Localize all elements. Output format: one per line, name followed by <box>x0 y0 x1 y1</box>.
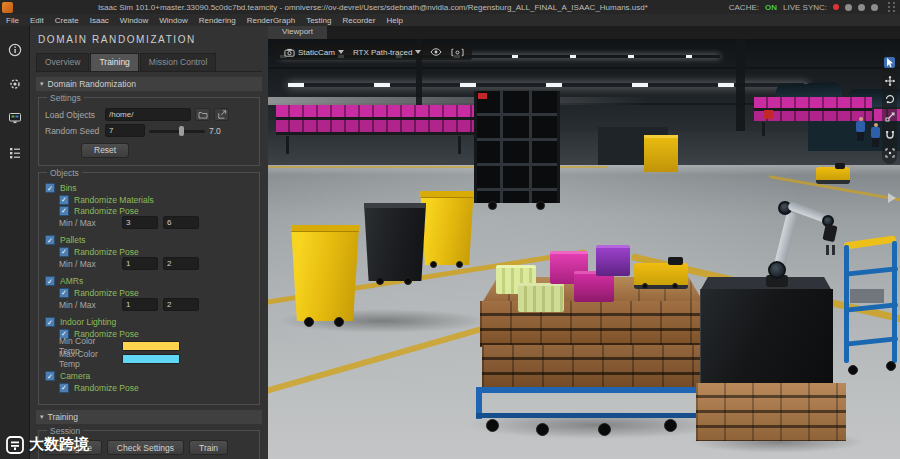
menu-recorder[interactable]: Recorder <box>343 16 376 25</box>
reset-button[interactable]: Reset <box>81 143 129 158</box>
tab-mission-control[interactable]: Mission Control <box>140 53 217 71</box>
cart-rail <box>474 91 477 203</box>
folder-browse-button[interactable] <box>195 108 210 121</box>
viewport-tab-bar: Viewport <box>268 26 900 40</box>
pink-bin-rack <box>276 105 476 151</box>
amrs-min-input[interactable] <box>122 298 158 311</box>
visibility-button[interactable] <box>430 48 442 56</box>
random-seed-label: Random Seed <box>45 126 101 136</box>
menu-file[interactable]: File <box>6 16 19 25</box>
camera-checkbox[interactable]: ✓ <box>45 371 55 381</box>
gear-icon[interactable] <box>7 76 23 92</box>
pallets-randomize-pose-checkbox[interactable]: ✓ <box>59 247 69 257</box>
pallets-minmax-label: Min / Max <box>59 259 117 269</box>
menu-testing[interactable]: Testing <box>306 16 331 25</box>
load-objects-input[interactable] <box>105 108 191 121</box>
menu-rendergraph[interactable]: RenderGraph <box>247 16 295 25</box>
check-settings-button[interactable]: Check Settings <box>107 440 184 455</box>
bin-rim <box>362 203 428 208</box>
amrs-randomize-pose-label: Randomize Pose <box>74 288 139 298</box>
bins-randomize-materials-checkbox[interactable]: ✓ <box>59 195 69 205</box>
check-icon: ✓ <box>61 196 67 203</box>
train-button[interactable]: Train <box>189 440 228 455</box>
left-icon-strip <box>0 26 30 459</box>
pallets-checkbox[interactable]: ✓ <box>45 235 55 245</box>
capture-button[interactable] <box>451 48 464 57</box>
close-button[interactable] <box>871 4 878 11</box>
panel-tab-bar: Overview Training Mission Control <box>36 53 262 72</box>
viewport-side-toolbar <box>882 51 897 164</box>
menu-window-1[interactable]: Window <box>120 16 148 25</box>
worker-person <box>856 117 865 141</box>
bin-wheel <box>334 317 344 327</box>
info-icon[interactable] <box>7 42 23 58</box>
wood-pallet-right <box>696 383 846 441</box>
cart-wheel <box>488 201 497 210</box>
bins-randomize-pose-checkbox[interactable]: ✓ <box>59 206 69 216</box>
maximize-button[interactable] <box>858 4 865 11</box>
bins-checkbox[interactable]: ✓ <box>45 183 55 193</box>
snap-tool-icon[interactable] <box>884 129 895 140</box>
bin-wheel <box>430 261 437 268</box>
rotate-tool-icon[interactable] <box>884 93 895 104</box>
app-icon <box>2 2 13 13</box>
viewport-toolbar: StaticCam RTX Path-traced <box>276 44 472 60</box>
objects-group: Objects ✓Bins ✓Randomize Materials ✓Rand… <box>38 172 260 405</box>
indoor-lighting-label: Indoor Lighting <box>60 317 116 327</box>
rack-leg <box>458 136 461 154</box>
min-color-temp-swatch[interactable] <box>122 341 180 351</box>
menu-isaac[interactable]: Isaac <box>90 16 109 25</box>
bins-randomize-pose-label: Randomize Pose <box>74 206 139 216</box>
amrs-max-input[interactable] <box>163 298 199 311</box>
select-tool-icon[interactable] <box>884 57 895 68</box>
scale-tool-icon[interactable] <box>884 111 895 122</box>
menu-create[interactable]: Create <box>55 16 79 25</box>
max-color-temp-swatch[interactable] <box>122 354 180 364</box>
frame-tool-icon[interactable] <box>884 147 895 158</box>
slider-handle[interactable] <box>179 126 184 136</box>
menu-rendering[interactable]: Rendering <box>199 16 236 25</box>
indoor-lighting-checkbox[interactable]: ✓ <box>45 317 55 327</box>
play-button[interactable] <box>887 189 896 207</box>
renderer-selector-label: RTX Path-traced <box>353 48 412 57</box>
black-bin-cart <box>474 91 560 203</box>
pallets-max-input[interactable] <box>163 257 199 270</box>
amrs-randomize-pose-checkbox[interactable]: ✓ <box>59 288 69 298</box>
cart-rail <box>476 413 710 418</box>
minimize-button[interactable] <box>845 4 852 11</box>
cache-label: CACHE: <box>729 3 759 12</box>
menu-window-2[interactable]: Window <box>159 16 187 25</box>
viewport-canvas[interactable]: StaticCam RTX Path-traced <box>268 39 900 459</box>
renderer-selector[interactable]: RTX Path-traced <box>353 48 421 57</box>
amrs-checkbox[interactable]: ✓ <box>45 276 55 286</box>
monitor-icon[interactable] <box>7 110 23 126</box>
cart-rail <box>476 387 710 393</box>
check-icon: ✓ <box>61 248 67 255</box>
export-button[interactable] <box>214 108 229 121</box>
camera-randomize-pose-checkbox[interactable]: ✓ <box>59 383 69 393</box>
pale-green-bin <box>518 283 564 312</box>
domain-randomization-section-header[interactable]: ▾ Domain Randomization <box>36 77 262 91</box>
settings-group: Settings Load Objects Random Seed 7.0 <box>38 97 260 166</box>
menu-edit[interactable]: Edit <box>30 16 44 25</box>
tab-overview[interactable]: Overview <box>36 53 89 71</box>
tab-training[interactable]: Training <box>90 53 138 71</box>
bins-min-input[interactable] <box>122 216 158 229</box>
bins-max-input[interactable] <box>163 216 199 229</box>
amr-sensor-module <box>835 163 845 169</box>
training-section-header[interactable]: ▾ Training <box>36 410 262 424</box>
list-icon[interactable] <box>7 144 23 160</box>
cart-shelf <box>844 266 898 277</box>
camera-icon <box>284 48 295 57</box>
random-seed-input[interactable] <box>105 124 145 137</box>
random-seed-slider[interactable] <box>149 126 205 136</box>
bin-wheel <box>376 277 384 285</box>
worker-person <box>871 123 880 147</box>
blue-tube-cart <box>842 239 900 379</box>
pallets-min-input[interactable] <box>122 257 158 270</box>
move-tool-icon[interactable] <box>884 75 895 86</box>
camera-selector[interactable]: StaticCam <box>284 48 344 57</box>
viewport-tab[interactable]: Viewport <box>268 26 327 39</box>
menu-help[interactable]: Help <box>386 16 402 25</box>
bins-randomize-materials-label: Randomize Materials <box>74 195 154 205</box>
